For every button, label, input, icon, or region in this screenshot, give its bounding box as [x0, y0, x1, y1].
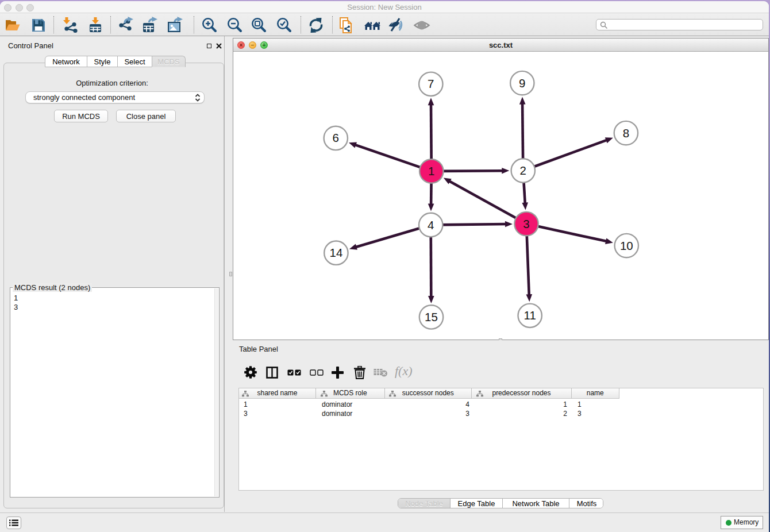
- svg-text:11: 11: [524, 309, 536, 322]
- svg-text:7: 7: [428, 77, 434, 90]
- svg-text:6: 6: [333, 131, 339, 144]
- svg-text:8: 8: [623, 126, 629, 140]
- svg-text:1: 1: [428, 164, 434, 178]
- svg-text:10: 10: [620, 239, 633, 252]
- svg-text:4: 4: [428, 218, 434, 232]
- svg-text:3: 3: [523, 217, 529, 230]
- svg-text:9: 9: [519, 76, 525, 90]
- svg-text:2: 2: [520, 164, 526, 177]
- svg-text:14: 14: [329, 246, 342, 259]
- svg-text:15: 15: [425, 310, 438, 323]
